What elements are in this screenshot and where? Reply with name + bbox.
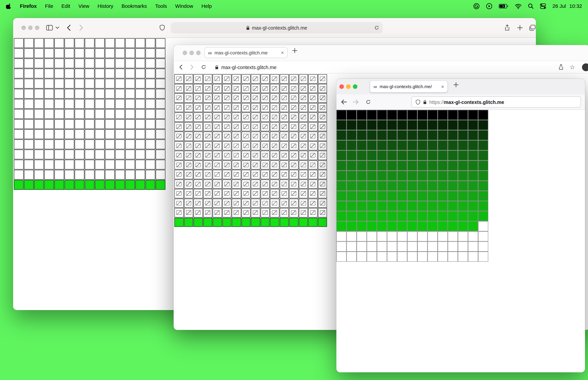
menu-bar-clock[interactable]: 26 Jul 10:32 [552,3,582,9]
grid-cell [64,150,74,159]
grid-cell [280,93,289,103]
browser-tab[interactable]: ∞ max-gl-contexts.glitch.me × [204,47,287,58]
grid-cell [377,120,387,130]
browser-tab[interactable]: ∞ max-gl-contexts.glitch.me/ × [370,81,447,92]
close-window-button[interactable] [183,51,187,55]
grammarly-icon[interactable] [473,3,480,9]
grid-cell [75,58,84,68]
broken-image-icon [195,210,201,215]
app-menu-firefox[interactable]: Firefox [20,3,37,9]
address-bar[interactable]: max-gl-contexts.glitch.me [215,61,276,73]
privacy-shield-icon[interactable] [159,24,165,31]
grid-cell [213,170,222,179]
share-icon[interactable] [558,64,564,70]
grid-cell [458,231,468,242]
profile-avatar[interactable] [582,63,588,71]
grid-cell [34,160,44,170]
address-bar[interactable]: max-gl-contexts.glitch.me [171,22,382,33]
zoom-window-button[interactable] [35,25,39,30]
forward-button[interactable] [79,24,83,31]
forward-button[interactable] [190,64,194,70]
broken-image-icon [195,201,201,205]
close-window-button[interactable] [21,25,26,30]
broken-image-icon [282,96,287,100]
reload-icon[interactable] [374,25,379,30]
back-button[interactable] [179,64,183,70]
back-button[interactable] [67,24,71,31]
battery-charging-icon[interactable] [499,4,509,9]
spotlight-search-icon[interactable] [528,3,534,9]
chevron-down-icon[interactable] [56,26,59,29]
grid-cell [193,151,203,160]
grid-cell [95,38,105,48]
menu-edit[interactable]: Edit [61,3,70,9]
grid-cell [105,99,115,109]
minimize-window-button[interactable] [28,25,33,30]
menu-view[interactable]: View [78,3,89,9]
control-center-icon[interactable] [540,3,546,9]
broken-image-icon [310,172,315,177]
menu-file[interactable]: File [45,3,53,9]
menu-tools[interactable]: Tools [155,3,167,9]
reload-button[interactable] [201,64,206,70]
grid-cell [270,132,279,141]
media-play-icon[interactable] [486,3,492,9]
grid-cell [75,38,84,48]
address-bar[interactable]: https://max-gl-contexts.glitch.me [411,96,581,108]
sidebar-icon[interactable] [46,25,53,31]
grid-cell [55,150,64,159]
grid-cell [75,79,84,88]
bookmark-star-icon[interactable]: ☆ [570,64,575,71]
grid-cell [308,218,318,227]
menu-bookmarks[interactable]: Bookmarks [121,3,147,9]
grid-cell [251,122,260,131]
tab-close-icon[interactable]: × [441,84,444,90]
grid-cell [241,208,250,217]
grid-cell [135,119,145,129]
grid-cell [357,140,367,150]
broken-image-icon [195,76,201,81]
minimize-window-button[interactable] [346,84,350,89]
grid-cell [213,132,222,141]
menu-window[interactable]: Window [175,3,193,9]
reload-button[interactable] [366,99,371,105]
minimize-window-button[interactable] [189,51,194,55]
grid-cell [24,170,34,179]
zoom-window-button[interactable] [353,84,357,89]
broken-image-icon [301,201,306,205]
safari-toolbar: max-gl-contexts.glitch.me [13,18,536,38]
grid-cell [75,119,84,129]
tab-overview-icon[interactable] [529,25,535,31]
grid-cell [336,130,347,140]
grid-cell [308,198,318,208]
grid-cell [184,160,193,170]
broken-image-icon [224,153,229,157]
new-tab-button[interactable] [454,82,459,87]
close-window-button[interactable] [340,84,344,89]
grid-cell [193,132,203,141]
broken-image-icon [272,172,277,177]
apple-menu-icon[interactable] [6,3,12,9]
grid-cell [55,180,64,190]
grid-cell [222,170,231,179]
grid-cell [251,218,260,227]
share-icon[interactable] [504,24,510,31]
grid-cell [308,151,318,160]
menu-history[interactable]: History [97,3,113,9]
broken-image-icon [282,163,287,167]
new-tab-button[interactable] [292,48,297,53]
menu-help[interactable]: Help [201,3,212,9]
broken-image-icon [224,182,229,186]
back-button[interactable] [341,99,347,105]
grid-cell [146,109,155,119]
grid-cell [203,208,212,217]
grid-cell [387,110,397,120]
zoom-window-button[interactable] [196,51,201,55]
forward-button[interactable] [353,99,359,105]
broken-image-icon [224,144,229,148]
new-tab-icon[interactable] [517,25,523,31]
tab-close-icon[interactable]: × [281,50,284,56]
broken-image-icon [234,163,239,167]
wifi-icon[interactable] [515,3,522,9]
grid-cell [367,120,377,130]
